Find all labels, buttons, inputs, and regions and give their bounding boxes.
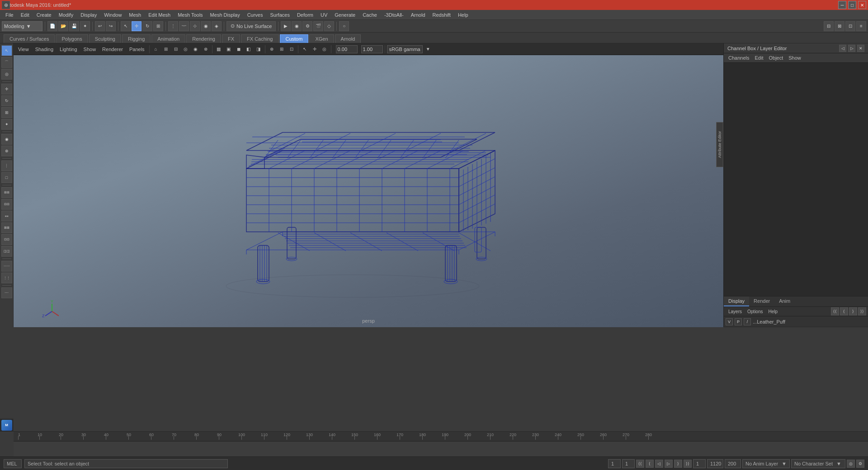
menu-edit-mesh[interactable]: Edit Mesh [145, 11, 174, 19]
attribute-editor-side-tab[interactable]: Attribute Editor [716, 122, 723, 167]
mel-mode-field[interactable]: MEL [4, 459, 22, 468]
icon-2[interactable]: ⊠ [835, 21, 844, 31]
goto-end-button[interactable]: ⟩⟩ [684, 460, 692, 468]
layer-btn-4[interactable]: ⊠⊠ [1, 222, 12, 233]
layer-btn-1[interactable]: ⊞⊞ [1, 187, 12, 198]
vt-lighting[interactable]: Lighting [57, 46, 80, 53]
char-set-field[interactable]: No Character Set ▼ [791, 459, 845, 468]
undo-button[interactable]: ↩ [95, 21, 105, 31]
menu-create[interactable]: Create [33, 11, 55, 19]
hypershade-button[interactable]: ◇ [324, 21, 334, 31]
step-forward-button[interactable]: ⟩ [674, 460, 682, 468]
menu-file[interactable]: File [2, 11, 17, 19]
timeline-track[interactable] [14, 442, 868, 457]
panel-pin-button[interactable]: ◁ [839, 45, 846, 52]
show-render-button[interactable]: ○ [339, 21, 349, 31]
ipr-render-button[interactable]: ◉ [292, 21, 302, 31]
vt-snap-btn[interactable]: ◎ [320, 45, 329, 54]
viewport-canvas[interactable]: .wire { stroke: #2233aa; stroke-width: 1… [14, 55, 723, 327]
vt-icon-5[interactable]: ◉ [191, 45, 200, 54]
range-end-field[interactable]: 200 [725, 459, 741, 468]
tab-display[interactable]: Display [724, 296, 749, 306]
tab-anim[interactable]: Anim [774, 296, 795, 306]
step-back-button[interactable]: ⟨ [646, 460, 654, 468]
menu-mesh-tools[interactable]: Mesh Tools [174, 11, 206, 19]
menu-edit[interactable]: Edit [17, 11, 33, 19]
save-file-button[interactable]: 💾 [69, 21, 79, 31]
snap-grid-left[interactable]: ⋮ [1, 160, 12, 171]
tab-rigging[interactable]: Rigging [122, 34, 151, 43]
vt-shading[interactable]: Shading [33, 46, 56, 53]
move-tool-left[interactable]: ✛ [1, 84, 12, 94]
maximize-button[interactable]: □ [848, 1, 856, 9]
cb-object[interactable]: Object [766, 54, 786, 61]
vt-value1[interactable] [336, 45, 358, 53]
play-forward-button[interactable]: ▷ [665, 460, 673, 468]
rotate-tool-left[interactable]: ↻ [1, 95, 12, 106]
vt-manip-btn[interactable]: ✛ [310, 45, 319, 54]
snap-curve[interactable]: 〰 [179, 21, 189, 31]
vt-renderer[interactable]: Renderer [99, 46, 126, 53]
vt-value2[interactable] [361, 45, 383, 53]
select-tool[interactable]: ↖ [121, 21, 131, 31]
panel-expand-button[interactable]: ▷ [848, 45, 855, 52]
paint-select-tool[interactable]: ◎ [1, 69, 12, 80]
menu-redshift[interactable]: Redshift [429, 11, 454, 19]
menu-cache[interactable]: Cache [359, 11, 381, 19]
vt-panels[interactable]: Panels [127, 46, 147, 53]
layer-nav-3[interactable]: ⟩ [849, 307, 857, 315]
cb-show[interactable]: Show [786, 54, 804, 61]
panel-close-button[interactable]: ✕ [857, 45, 864, 52]
tab-rendering[interactable]: Rendering [186, 34, 221, 43]
range-start-field[interactable]: 1120 [707, 459, 723, 468]
menu-modify[interactable]: Modify [55, 11, 77, 19]
layer-nav-2[interactable]: ⟨ [840, 307, 848, 315]
component-mode[interactable]: □ [1, 172, 12, 183]
vt-icon-2[interactable]: ⊞ [161, 45, 170, 54]
select-arrow-tool[interactable]: ↖ [1, 45, 12, 56]
menu-arnold[interactable]: Arnold [407, 11, 429, 19]
vt-shaded-btn[interactable]: ◼ [234, 45, 243, 54]
soft-select-tool[interactable]: ◉ [1, 134, 12, 145]
render-view-button[interactable]: 🎬 [313, 21, 323, 31]
snap-point[interactable]: ⊹ [190, 21, 200, 31]
vt-hud-btn[interactable]: ⊡ [287, 45, 296, 54]
rotate-tool[interactable]: ↻ [142, 21, 152, 31]
extra-btn-2[interactable]: ⚙ [856, 460, 864, 468]
layer-btn-5[interactable]: ⊡⊡ [1, 234, 12, 245]
vt-icon-6[interactable]: ⊗ [201, 45, 210, 54]
menu-3dtoall[interactable]: -3DtoAll- [381, 11, 407, 19]
show-manip-tool[interactable]: ⊗ [1, 146, 12, 156]
render-button[interactable]: ▶ [281, 21, 291, 31]
vt-cam-btn[interactable]: ⊕ [267, 45, 276, 54]
save-as-button[interactable]: ✦ [80, 21, 90, 31]
layer-nav-1[interactable]: ⟨⟨ [831, 307, 839, 315]
options-menu[interactable]: Options [745, 308, 765, 315]
vt-light-btn[interactable]: ◨ [254, 45, 263, 54]
vt-show[interactable]: Show [81, 46, 99, 53]
vt-gamma-arrow[interactable]: ▼ [424, 45, 433, 54]
tab-arnold[interactable]: Arnold [335, 34, 361, 43]
vt-sel-btn[interactable]: ↖ [300, 45, 309, 54]
tool-misc-2[interactable]: ⋮⋮ [1, 273, 12, 283]
frame-mid-field[interactable]: 1 [622, 459, 635, 468]
icon-3[interactable]: ⊡ [845, 21, 855, 31]
menu-surfaces[interactable]: Surfaces [266, 11, 293, 19]
new-file-button[interactable]: 📄 [47, 21, 57, 31]
anim-layer-field[interactable]: No Anim Layer ▼ [742, 459, 790, 468]
extra-btn-1[interactable]: ◎ [847, 460, 855, 468]
snap-view[interactable]: ◈ [212, 21, 222, 31]
layer-btn-2[interactable]: ⊟⊟ [1, 199, 12, 210]
universal-manip-left[interactable]: ✦ [1, 119, 12, 130]
layer-v-button[interactable]: V [726, 318, 733, 325]
vt-icon-1[interactable]: ⌂ [151, 45, 160, 54]
menu-display[interactable]: Display [77, 11, 100, 19]
cb-edit[interactable]: Edit [752, 54, 766, 61]
tool-misc-3[interactable]: ⋯ [1, 287, 12, 298]
scale-tool-left[interactable]: ⊞ [1, 107, 12, 118]
tab-xgen[interactable]: XGen [309, 34, 334, 43]
move-tool[interactable]: ✛ [132, 21, 142, 31]
layer-icon-button[interactable]: / [744, 318, 751, 325]
layer-btn-6[interactable]: ◫◫ [1, 246, 12, 257]
menu-deform[interactable]: Deform [293, 11, 317, 19]
